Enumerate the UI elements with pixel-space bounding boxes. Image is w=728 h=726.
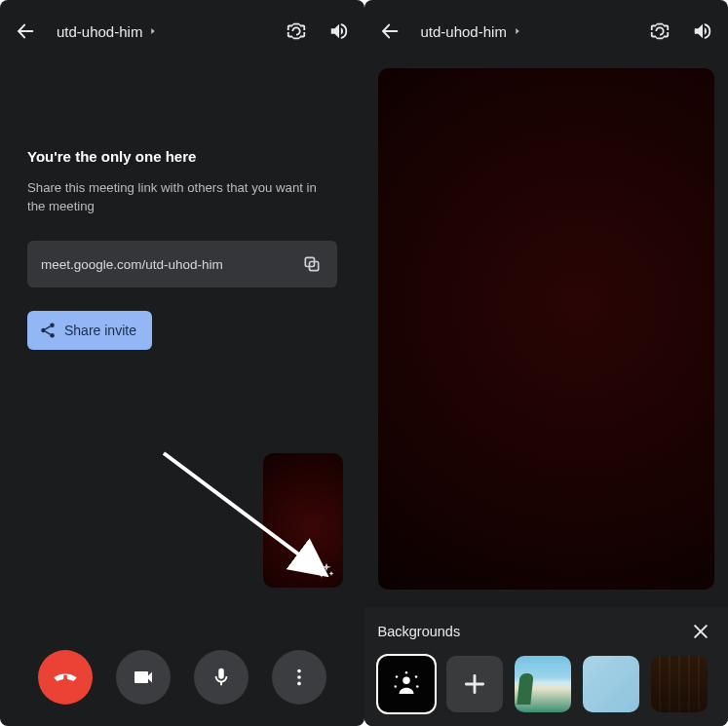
close-backgrounds-button[interactable]: [687, 618, 714, 645]
empty-meeting-body: You're the only one here Share this meet…: [0, 51, 364, 350]
end-call-button[interactable]: [38, 650, 93, 705]
header-left: utd-uhod-him: [0, 0, 364, 51]
screenshot-right: utd-uhod-him Backgrounds: [364, 0, 729, 726]
copy-link-button[interactable]: [298, 250, 326, 278]
close-icon: [691, 622, 710, 641]
mic-toggle-button[interactable]: [194, 650, 249, 705]
meeting-code-text: utd-uhod-him: [421, 23, 507, 40]
self-preview-tile[interactable]: [263, 453, 343, 588]
back-button[interactable]: [378, 19, 402, 43]
background-tile-no-effect[interactable]: [378, 656, 435, 712]
volume-icon: [692, 20, 713, 42]
svg-point-3: [50, 324, 55, 328]
meeting-code-button[interactable]: utd-uhod-him: [421, 23, 522, 40]
chevron-right-icon: [148, 26, 158, 36]
sparkle-icon: [317, 561, 336, 581]
background-tile-beach[interactable]: [515, 656, 571, 712]
flip-camera-icon: [649, 20, 671, 42]
meeting-link-row: meet.google.com/utd-uhod-him: [27, 241, 337, 287]
more-vert-icon: [288, 667, 310, 688]
header-right: utd-uhod-him: [364, 0, 729, 51]
svg-point-8: [297, 675, 301, 679]
svg-point-14: [395, 675, 398, 678]
meeting-code-text: utd-uhod-him: [57, 23, 142, 40]
svg-point-13: [402, 677, 410, 685]
svg-point-9: [297, 682, 301, 686]
video-preview: [378, 68, 715, 590]
svg-point-7: [297, 669, 301, 673]
arrow-left-icon: [379, 20, 401, 42]
switch-camera-button[interactable]: [285, 19, 308, 43]
person-dots-icon: [392, 669, 421, 699]
backgrounds-header: Backgrounds: [378, 615, 715, 648]
backgrounds-tiles: [378, 656, 715, 712]
background-tile-add[interactable]: [446, 656, 503, 712]
share-invite-button[interactable]: Share invite: [27, 311, 152, 350]
svg-point-5: [50, 333, 55, 338]
plus-icon: [462, 671, 487, 697]
backgrounds-title: Backgrounds: [378, 624, 461, 639]
svg-point-16: [394, 685, 397, 688]
volume-icon: [328, 20, 350, 42]
title-text: You're the only one here: [27, 148, 337, 165]
backgrounds-panel: Backgrounds: [364, 607, 729, 726]
svg-point-17: [416, 685, 419, 688]
video-toggle-button[interactable]: [116, 650, 171, 705]
bottom-controls: [0, 650, 364, 705]
copy-icon: [302, 254, 322, 274]
meeting-code-button[interactable]: utd-uhod-him: [57, 23, 158, 40]
meeting-link-text: meet.google.com/utd-uhod-him: [41, 257, 298, 272]
effects-button[interactable]: [316, 560, 337, 582]
back-button[interactable]: [14, 19, 37, 43]
hangup-icon: [52, 664, 79, 691]
switch-camera-button[interactable]: [648, 19, 671, 43]
screenshot-left: utd-uhod-him You're the only one here Sh…: [0, 0, 364, 726]
more-options-button[interactable]: [272, 650, 326, 705]
svg-point-15: [414, 675, 417, 678]
flip-camera-icon: [286, 20, 307, 42]
speaker-button[interactable]: [691, 19, 714, 43]
share-icon: [39, 322, 57, 339]
camera-icon: [132, 666, 155, 689]
chevron-right-icon: [513, 26, 522, 36]
background-tile-library[interactable]: [651, 656, 708, 712]
share-invite-label: Share invite: [64, 323, 136, 338]
subtitle-text: Share this meeting link with others that…: [27, 178, 337, 215]
svg-point-18: [404, 671, 407, 674]
speaker-button[interactable]: [327, 19, 351, 43]
mic-icon: [211, 667, 232, 688]
svg-point-4: [41, 328, 46, 333]
background-tile-sky[interactable]: [583, 656, 639, 712]
arrow-left-icon: [15, 20, 36, 42]
